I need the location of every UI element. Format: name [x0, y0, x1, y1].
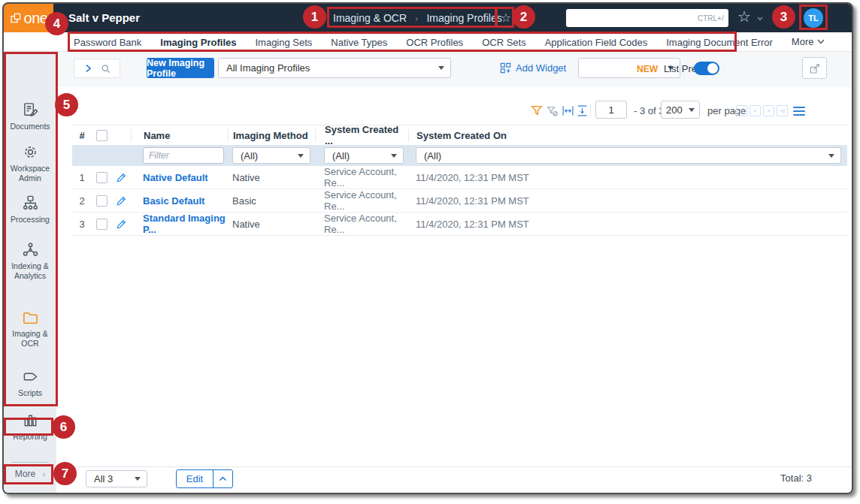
tab-ocr-sets[interactable]: OCR Sets: [482, 32, 526, 52]
callout-7: 7: [53, 462, 77, 485]
sidebar-item-scripts[interactable]: Scripts: [4, 368, 56, 398]
imaging-profiles-table: # Name Imaging Method System Created ...…: [72, 125, 847, 236]
row-checkbox[interactable]: [96, 195, 108, 207]
new-imaging-profile-button[interactable]: New Imaging Profile: [147, 58, 214, 78]
list-preview-toggle[interactable]: [694, 62, 719, 75]
page-number-input[interactable]: [595, 101, 627, 119]
expand-panel-chevron-icon: [84, 64, 92, 73]
add-widget-button[interactable]: Add Widget: [500, 62, 566, 74]
bar-chart-icon: [4, 412, 56, 430]
row-imaging-method: Native: [228, 219, 315, 230]
column-header-imaging-method[interactable]: Imaging Method: [228, 129, 315, 142]
caret-down-icon: [135, 477, 141, 481]
tab-application-field-codes[interactable]: Application Field Codes: [545, 32, 648, 52]
row-index: 3: [72, 219, 92, 230]
system-created-on-filter[interactable]: (All): [416, 147, 841, 164]
sidebar-collapse-icon[interactable]: «: [4, 489, 56, 494]
sidebar-item-imaging-ocr[interactable]: Imaging & OCR: [4, 309, 56, 349]
workspace-title: Salt v Pepper: [68, 4, 140, 32]
previous-page-button[interactable]: <: [749, 105, 761, 116]
filter-icon[interactable]: [530, 104, 544, 117]
list-menu-icon[interactable]: [793, 107, 805, 116]
expand-search-group[interactable]: [74, 59, 120, 78]
row-checkbox[interactable]: [96, 219, 108, 230]
caret-down-icon: [689, 108, 695, 112]
first-page-button[interactable]: |<: [736, 105, 747, 116]
sidebar-divider: [11, 462, 49, 463]
breadcrumb-separator: ›: [415, 13, 418, 24]
view-selector[interactable]: All Imaging Profiles: [218, 58, 451, 78]
column-header-name[interactable]: Name: [131, 129, 228, 142]
edit-actions-chevron-up[interactable]: [213, 470, 232, 487]
global-search[interactable]: CTRL+/: [566, 9, 728, 27]
row-name-link[interactable]: Basic Default: [131, 195, 228, 207]
divider: [787, 104, 788, 116]
sidebar-more-button[interactable]: More ›: [4, 469, 56, 479]
select-all-checkbox[interactable]: [96, 130, 108, 141]
fit-rows-icon[interactable]: [576, 104, 589, 117]
add-widget-label: Add Widget: [516, 62, 566, 74]
tab-imaging-profiles[interactable]: Imaging Profiles: [160, 32, 236, 52]
sidebar: Documents Workspace Admin Processing Ind…: [4, 52, 56, 493]
sidebar-item-label: Processing: [4, 215, 56, 225]
user-avatar[interactable]: TL: [804, 8, 823, 28]
imaging-method-filter[interactable]: (All): [232, 147, 310, 164]
tab-native-types[interactable]: Native Types: [331, 32, 387, 52]
app-window: one Salt v Pepper Imaging & OCR › Imagin…: [2, 2, 853, 494]
tab-password-bank[interactable]: Password Bank: [74, 32, 141, 52]
tab-imaging-document-error[interactable]: Imaging Document Error: [666, 32, 773, 52]
sidebar-item-documents[interactable]: Documents: [4, 101, 56, 131]
column-header-index: #: [72, 130, 92, 141]
sidebar-item-reporting[interactable]: Reporting: [4, 412, 56, 442]
row-checkbox[interactable]: [96, 172, 108, 183]
auto-size-columns-icon[interactable]: [562, 104, 574, 117]
next-page-button[interactable]: >: [763, 105, 774, 116]
breadcrumb-parent[interactable]: Imaging & OCR: [333, 12, 407, 24]
chevron-right-icon: ›: [43, 469, 46, 478]
record-range-label: - 3 of 3: [634, 105, 664, 116]
column-header-system-created-by[interactable]: System Created ...: [315, 129, 408, 142]
sidebar-item-label: Workspace Admin: [4, 164, 56, 183]
top-bar: one Salt v Pepper Imaging & OCR › Imagin…: [4, 4, 852, 32]
view-selector-value: All Imaging Profiles: [226, 62, 438, 74]
folder-icon: [4, 309, 56, 327]
tabs-more-label: More: [792, 36, 814, 47]
row-name-link[interactable]: Standard Imaging P...: [131, 213, 228, 235]
export-button[interactable]: [802, 57, 827, 79]
edit-pencil-icon[interactable]: [116, 219, 127, 230]
sidebar-item-processing[interactable]: Processing: [4, 195, 56, 225]
breadcrumb-current[interactable]: Imaging Profiles: [426, 12, 501, 24]
object-tab-strip: Password Bank Imaging Profiles Imaging S…: [4, 32, 852, 52]
tab-imaging-sets[interactable]: Imaging Sets: [255, 32, 312, 52]
sidebar-item-label: Documents: [4, 122, 56, 131]
clear-filter-icon[interactable]: [547, 105, 559, 117]
edit-pencil-icon[interactable]: [116, 195, 127, 207]
column-header-system-created-on[interactable]: System Created On: [408, 129, 847, 142]
row-imaging-method: Basic: [228, 195, 315, 207]
row-name-link[interactable]: Native Default: [131, 172, 228, 183]
caret-down-icon: [828, 154, 834, 158]
new-badge: NEW: [637, 64, 658, 74]
favorites-chevron-down-icon[interactable]: [757, 17, 763, 21]
table-row: 3 Standard Imaging P... Native Service A…: [72, 213, 847, 236]
tag-icon: [4, 368, 56, 386]
table-row: 1 Native Default Native Service Account,…: [72, 166, 847, 189]
favorites-star-icon[interactable]: ☆: [737, 8, 751, 26]
tab-ocr-profiles[interactable]: OCR Profiles: [406, 32, 463, 52]
add-widget-icon: [500, 62, 511, 74]
global-search-input[interactable]: [577, 13, 693, 23]
sidebar-item-indexing-analytics[interactable]: Indexing & Analytics: [4, 241, 56, 281]
system-created-by-filter[interactable]: (All): [324, 147, 404, 164]
table-row: 2 Basic Default Basic Service Account, R…: [72, 189, 847, 213]
page-size-selector[interactable]: 200: [661, 101, 700, 119]
edit-pencil-icon[interactable]: [116, 172, 127, 183]
callout-3: 3: [772, 5, 795, 29]
selection-scope-selector[interactable]: All 3: [86, 470, 147, 487]
tabs-more-menu[interactable]: More: [792, 32, 825, 51]
edit-button[interactable]: Edit: [177, 470, 213, 487]
sidebar-item-workspace-admin[interactable]: Workspace Admin: [4, 143, 56, 183]
last-page-button[interactable]: >|: [777, 105, 788, 116]
list-search-icon: [101, 64, 111, 74]
callout-2: 2: [512, 5, 535, 29]
name-filter-input[interactable]: [143, 147, 224, 164]
